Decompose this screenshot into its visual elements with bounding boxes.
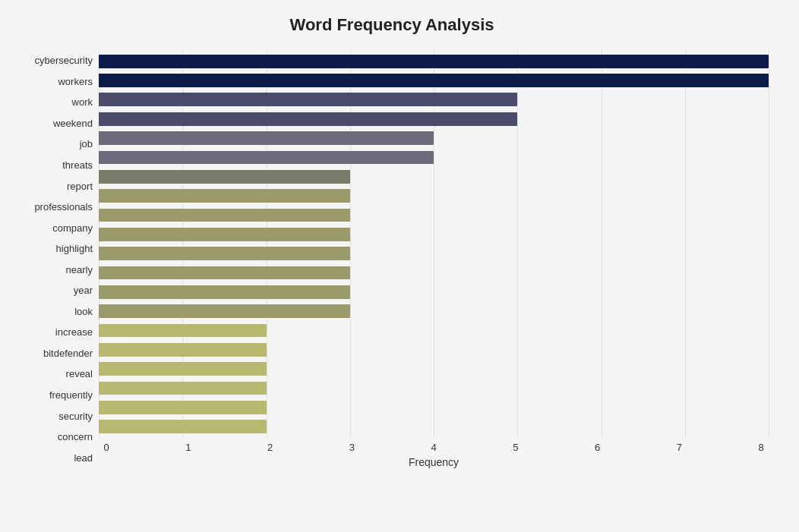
- chart-container: Word Frequency Analysis cybersecuritywor…: [0, 0, 799, 532]
- y-label: work: [72, 97, 93, 107]
- bar: [99, 74, 769, 87]
- x-tick: 2: [263, 442, 278, 453]
- bar-row: [99, 417, 769, 436]
- bar-row: [99, 186, 769, 205]
- chart-area: cybersecurityworkersworkweekendjobthreat…: [15, 50, 769, 468]
- bar: [99, 343, 267, 357]
- x-axis-label: Frequency: [99, 456, 769, 468]
- bar: [99, 304, 350, 318]
- bar-row: [99, 52, 769, 71]
- bar: [99, 151, 434, 165]
- x-tick: 3: [344, 442, 359, 453]
- x-tick: 6: [590, 442, 605, 453]
- bar-row: [99, 225, 769, 244]
- y-label: bitdefender: [43, 348, 93, 358]
- bar: [99, 209, 350, 222]
- y-label: reveal: [66, 369, 93, 379]
- bar-row: [99, 340, 769, 359]
- chart-title: Word Frequency Analysis: [15, 15, 769, 35]
- x-tick: 5: [508, 442, 523, 453]
- bar: [99, 189, 350, 203]
- grid-line: [769, 50, 769, 438]
- bar-row: [99, 148, 769, 167]
- x-tick: 4: [426, 442, 441, 453]
- bar: [99, 362, 267, 376]
- bar: [99, 285, 350, 299]
- bar: [99, 420, 267, 433]
- y-label: nearly: [66, 265, 93, 275]
- bars-and-x: 012345678 Frequency: [99, 50, 769, 468]
- y-label: cybersecurity: [34, 55, 93, 65]
- bar: [99, 266, 350, 280]
- bars-area: [99, 50, 769, 438]
- bar-row: [99, 167, 769, 186]
- y-label: workers: [58, 77, 93, 87]
- bar: [99, 247, 350, 260]
- bar: [99, 55, 769, 68]
- x-tick: 1: [181, 442, 196, 453]
- y-label: concern: [58, 432, 93, 442]
- bar: [99, 401, 267, 414]
- bar-row: [99, 398, 769, 417]
- y-label: increase: [55, 327, 93, 337]
- bar-row: [99, 301, 769, 320]
- y-label: weekend: [53, 118, 93, 128]
- y-label: highlight: [56, 244, 93, 253]
- y-label: look: [74, 307, 93, 316]
- bar-row: [99, 263, 769, 282]
- bar-row: [99, 244, 769, 263]
- bar: [99, 93, 517, 106]
- y-label: job: [80, 139, 93, 149]
- bar-row: [99, 321, 769, 340]
- x-tick: 7: [671, 442, 687, 453]
- y-label: lead: [74, 453, 93, 463]
- bar-row: [99, 282, 769, 301]
- bar: [99, 170, 350, 184]
- y-label: report: [67, 181, 93, 191]
- bar-row: [99, 206, 769, 225]
- x-tick: 0: [99, 442, 114, 453]
- x-axis: 012345678: [99, 438, 769, 453]
- y-labels: cybersecurityworkersworkweekendjobthreat…: [15, 50, 99, 468]
- bar-row: [99, 109, 769, 128]
- bars-inner: [99, 50, 769, 438]
- bar: [99, 324, 267, 338]
- y-label: company: [52, 223, 93, 233]
- y-label: threats: [62, 160, 93, 170]
- bar: [99, 382, 267, 395]
- y-label: year: [74, 285, 93, 295]
- x-tick: 8: [753, 442, 769, 453]
- y-label: security: [58, 411, 93, 421]
- bar-row: [99, 360, 769, 379]
- bar: [99, 131, 434, 145]
- y-label: frequently: [49, 390, 93, 400]
- bar: [99, 228, 350, 241]
- bar-row: [99, 128, 769, 147]
- bar-row: [99, 71, 769, 90]
- bar-row: [99, 90, 769, 109]
- bar-row: [99, 379, 769, 398]
- bar: [99, 112, 517, 126]
- y-label: professionals: [34, 202, 93, 212]
